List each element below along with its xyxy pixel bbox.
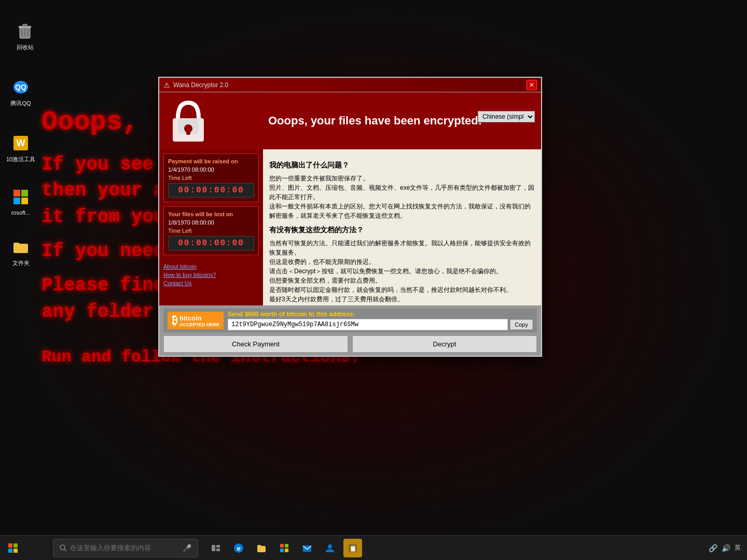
people-button[interactable]	[321, 539, 339, 557]
svg-text:e: e	[237, 544, 240, 552]
bitcoin-accepted-here: ACCEPTED HERE	[179, 322, 219, 327]
svg-rect-19	[13, 543, 18, 548]
svg-rect-18	[8, 543, 12, 548]
svg-rect-2	[22, 24, 27, 26]
dialog-header: Ooops, your files have been encrypted! C…	[159, 92, 541, 149]
store-icon	[279, 543, 289, 553]
timer1-label: Time Left	[168, 175, 254, 181]
taskbar-search-box[interactable]: 🎤	[53, 539, 198, 557]
pinned-app-button[interactable]: 📋	[343, 539, 362, 557]
lock-icon	[168, 97, 209, 144]
file-explorer-icon	[256, 543, 267, 553]
timer-box-2: Your files will be lost on 1/8/1970 08:0…	[163, 206, 259, 255]
recycle-bin-label: 回收站	[17, 44, 34, 51]
bitcoin-logo: ₿ bitcoin ACCEPTED HERE	[168, 312, 224, 329]
desktop-icon-microsoft[interactable]: rosoft...	[4, 187, 37, 216]
activate-label: 10激活工具	[6, 156, 35, 163]
copy-button[interactable]: Copy	[510, 319, 533, 330]
svg-point-22	[60, 545, 65, 550]
desktop-icon-recycle-bin[interactable]: 回收站	[8, 21, 42, 51]
folder-icon	[10, 236, 31, 257]
svg-rect-33	[303, 545, 311, 552]
bitcoin-row: ₿ bitcoin ACCEPTED HERE Send $600 worth …	[163, 309, 537, 332]
desktop: 回收站 QQ 腾讯QQ W 10激活工具 roso	[0, 0, 747, 560]
timer2-display: 00:00:00:00	[168, 236, 254, 250]
left-links: About bitcoin How to buy bitcoins? Conta…	[163, 263, 259, 286]
dialog-body: Payment will be raised on 1/4/1970 08:00…	[159, 149, 541, 305]
store-button[interactable]	[275, 539, 294, 557]
bitcoin-name: bitcoin	[179, 314, 219, 322]
taskview-button[interactable]	[206, 539, 225, 557]
taskbar-language-indicator: 英	[735, 543, 741, 552]
file-explorer-button[interactable]	[252, 539, 271, 557]
timer1-date: 1/4/1970 08:00:00	[168, 166, 254, 173]
contact-us-link[interactable]: Contact Us	[163, 280, 259, 286]
search-input[interactable]	[70, 544, 181, 552]
bitcoin-text-area: Send $600 worth of bitcoin to this addre…	[228, 311, 533, 330]
about-bitcoin-link[interactable]: About bitcoin	[163, 263, 259, 270]
dialog-title-area: ⚠ Wana Decryptor 2.0	[163, 81, 228, 89]
dialog-titlebar: ⚠ Wana Decryptor 2.0 ✕	[159, 78, 541, 92]
svg-rect-21	[13, 549, 18, 553]
mail-icon	[302, 543, 312, 553]
svg-rect-12	[13, 198, 20, 204]
activate-icon: W	[10, 133, 31, 153]
wannacry-dialog: ⚠ Wana Decryptor 2.0 ✕ Ooops, your files…	[158, 77, 542, 357]
bitcoin-send-text: Send $600 worth of bitcoin to this addre…	[228, 311, 533, 318]
timer1-display: 00:00:00:00	[168, 183, 254, 198]
decrypt-button[interactable]: Decrypt	[352, 335, 537, 353]
svg-text:W: W	[17, 138, 25, 148]
svg-rect-32	[285, 549, 288, 552]
desktop-icon-qq[interactable]: QQ 腾讯QQ	[4, 77, 37, 107]
mail-button[interactable]	[298, 539, 316, 557]
section1-text: 您的一些重要文件被我加密保存了。照片、图片、文档、压缩包、音频、视频文件、exe…	[269, 174, 535, 220]
bitcoin-logo-text: bitcoin ACCEPTED HERE	[179, 314, 219, 327]
timer2-title: Your files will be lost on	[168, 211, 254, 217]
taskview-icon	[211, 543, 220, 553]
edge-button[interactable]: e	[229, 539, 248, 557]
start-area	[0, 541, 22, 555]
check-payment-button[interactable]: Check Payment	[163, 335, 348, 353]
taskbar-right: 🔗 🔊 英	[709, 543, 747, 552]
desktop-icon-activate[interactable]: W 10激活工具	[4, 133, 37, 163]
svg-rect-26	[216, 549, 220, 551]
bitcoin-b-symbol: ₿	[172, 314, 177, 327]
bitcoin-address[interactable]: 12t9YDPgwueZ9NyMgw519p7AA8isjr6SMw	[228, 319, 508, 330]
edge-icon: e	[233, 543, 244, 553]
language-selector[interactable]: Chinese (simpl.	[478, 111, 535, 122]
timer2-label: Time Left	[168, 228, 254, 234]
recycle-bin-icon	[15, 21, 35, 41]
svg-text:📋: 📋	[349, 544, 357, 552]
section1-title: 我的电脑出了什么问题？	[269, 160, 535, 171]
svg-rect-17	[186, 129, 190, 135]
svg-rect-10	[13, 190, 20, 197]
dialog-title-text: Wana Decryptor 2.0	[173, 81, 228, 89]
svg-rect-24	[212, 545, 215, 551]
buy-bitcoins-link[interactable]: How to buy bitcoins?	[163, 272, 259, 278]
microsoft-label: rosoft...	[11, 209, 31, 216]
folder-label: 文件夹	[12, 259, 30, 267]
people-icon	[325, 543, 335, 553]
taskbar-speaker-icon: 🔊	[722, 544, 730, 552]
section2-text: 当然有可恢复的方法。只能通过我们的解密服务才能恢复。我以人格担保，能够提供安全有…	[269, 239, 535, 305]
svg-rect-25	[216, 545, 220, 548]
search-icon	[60, 544, 67, 552]
svg-rect-11	[21, 190, 28, 197]
svg-rect-20	[8, 549, 12, 553]
svg-line-23	[64, 549, 66, 551]
desktop-icon-folder[interactable]: 文件夹	[4, 236, 37, 267]
bitcoin-address-row: 12t9YDPgwueZ9NyMgw519p7AA8isjr6SMw Copy	[228, 319, 533, 330]
dialog-title-icon: ⚠	[163, 81, 170, 89]
right-panel[interactable]: 我的电脑出了什么问题？ 您的一些重要文件被我加密保存了。照片、图片、文档、压缩包…	[263, 149, 541, 305]
button-row: Check Payment Decrypt	[163, 335, 537, 353]
taskbar-icons: e	[206, 539, 362, 557]
svg-rect-31	[280, 549, 284, 552]
microphone-icon: 🎤	[183, 544, 191, 552]
qq-icon: QQ	[10, 77, 31, 97]
dialog-close-button[interactable]: ✕	[527, 80, 537, 90]
section2-title: 有没有恢复这些文档的方法？	[269, 225, 535, 235]
start-button[interactable]	[4, 541, 22, 555]
taskbar-network-icon: 🔗	[709, 544, 717, 552]
pinned-app-icon: 📋	[348, 543, 358, 553]
svg-rect-13	[21, 198, 28, 204]
